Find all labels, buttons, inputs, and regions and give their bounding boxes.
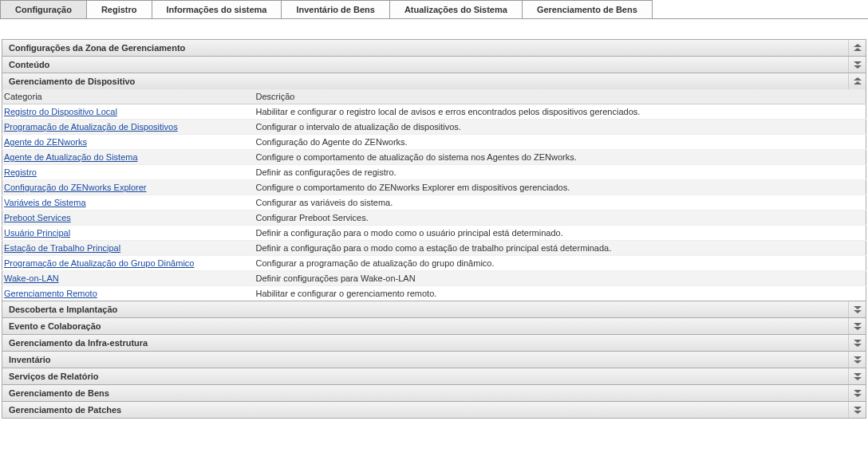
description-cell: Configurar Preboot Services. — [254, 210, 866, 226]
expand-bens-button[interactable] — [848, 385, 866, 401]
table-row: Estação de Trabalho PrincipalDefinir a c… — [2, 241, 866, 256]
expand-infra-button[interactable] — [848, 335, 866, 351]
tab-configuracao[interactable]: Configuração — [0, 0, 87, 18]
panel-title-infra: Gerenciamento da Infra-estrutura — [9, 338, 148, 348]
table-header-descricao: Descrição — [254, 89, 866, 104]
category-link[interactable]: Wake-on-LAN — [4, 273, 59, 283]
chevron-up-icon — [854, 77, 862, 85]
description-cell: Habilitar e configurar o registro local … — [254, 104, 866, 120]
table-row: Gerenciamento RemotoHabilitar e configur… — [2, 286, 866, 301]
table-header-categoria: Categoria — [2, 89, 254, 104]
category-link[interactable]: Registro — [4, 167, 37, 177]
category-link[interactable]: Programação de Atualização do Grupo Dinâ… — [4, 258, 194, 268]
description-cell: Definir a configuração para o modo como … — [254, 226, 866, 241]
collapse-ger-dispositivo-button[interactable] — [848, 73, 866, 89]
table-row: Agente de Atualização do SistemaConfigur… — [2, 150, 866, 165]
panel-title-patches: Gerenciamento de Patches — [9, 405, 121, 415]
category-link[interactable]: Usuário Principal — [4, 228, 70, 238]
panel-header-patches[interactable]: Gerenciamento de Patches — [2, 401, 866, 419]
content-area: Configurações da Zona de Gerenciamento C… — [0, 19, 868, 420]
category-link[interactable]: Programação de Atualização de Dispositiv… — [4, 122, 178, 132]
category-link[interactable]: Configuração do ZENworks Explorer — [4, 183, 147, 192]
description-cell: Configuração do Agente do ZENworks. — [254, 135, 866, 150]
panel-header-conteudo[interactable]: Conteúdo — [2, 56, 866, 73]
description-cell: Configurar o intervalo de atualização de… — [254, 120, 866, 135]
expand-conteudo-button[interactable] — [848, 57, 866, 73]
collapse-main-button[interactable] — [848, 40, 866, 56]
tab-inventario-bens[interactable]: Inventário de Bens — [281, 0, 389, 18]
panel-title-descoberta: Descoberta e Implantação — [9, 305, 117, 314]
panel-title-conteudo: Conteúdo — [9, 60, 49, 69]
chevron-down-icon — [854, 61, 862, 69]
chevron-down-icon — [854, 339, 862, 347]
description-cell: Habilitar e configurar o gerenciamento r… — [254, 286, 866, 301]
expand-descoberta-button[interactable] — [848, 301, 866, 317]
panel-header-descoberta[interactable]: Descoberta e Implantação — [2, 301, 866, 318]
panel-title-inventario: Inventário — [9, 355, 51, 364]
panel-header-evento[interactable]: Evento e Colaboração — [2, 317, 866, 335]
tab-registro[interactable]: Registro — [86, 0, 152, 18]
table-row: Usuário PrincipalDefinir a configuração … — [2, 226, 866, 241]
tab-atualizacoes-sistema[interactable]: Atualizações do Sistema — [389, 0, 523, 18]
chevron-up-icon — [854, 44, 862, 52]
table-row: Agente do ZENworksConfiguração do Agente… — [2, 135, 866, 150]
description-cell: Definir configurações para Wake-on-LAN — [254, 271, 866, 286]
table-row: Registro do Dispositivo LocalHabilitar e… — [2, 104, 866, 120]
category-link[interactable]: Registro do Dispositivo Local — [4, 107, 117, 116]
panel-header-inventario[interactable]: Inventário — [2, 351, 866, 368]
expand-patches-button[interactable] — [848, 402, 866, 418]
tab-bar: Configuração Registro Informações do sis… — [0, 0, 868, 19]
category-link[interactable]: Variáveis de Sistema — [4, 198, 86, 207]
panel-title-relatorio: Serviços de Relatório — [9, 372, 99, 381]
panel-title-main: Configurações da Zona de Gerenciamento — [9, 43, 185, 53]
device-management-table: Categoria Descrição Registro do Disposit… — [2, 89, 866, 301]
chevron-down-icon — [854, 372, 862, 380]
category-link[interactable]: Preboot Services — [4, 213, 71, 222]
table-row: Variáveis de SistemaConfigurar as variáv… — [2, 195, 866, 210]
panel-title-evento: Evento e Colaboração — [9, 321, 101, 331]
table-row: Wake-on-LANDefinir configurações para Wa… — [2, 271, 866, 286]
expand-inventario-button[interactable] — [848, 352, 866, 368]
chevron-down-icon — [854, 356, 862, 364]
panel-title-ger-dispositivo: Gerenciamento de Dispositivo — [9, 77, 135, 86]
panel-header-relatorio[interactable]: Serviços de Relatório — [2, 368, 866, 385]
chevron-down-icon — [854, 322, 862, 330]
category-link[interactable]: Agente de Atualização do Sistema — [4, 152, 138, 162]
table-row: Preboot ServicesConfigurar Preboot Servi… — [2, 210, 866, 226]
panel-header-bens[interactable]: Gerenciamento de Bens — [2, 384, 866, 402]
chevron-down-icon — [854, 389, 862, 397]
panel-header-main: Configurações da Zona de Gerenciamento — [2, 39, 866, 57]
panel-header-infra[interactable]: Gerenciamento da Infra-estrutura — [2, 334, 866, 352]
category-link[interactable]: Gerenciamento Remoto — [4, 289, 97, 298]
description-cell: Configurar as variáveis do sistema. — [254, 195, 866, 210]
table-row: Programação de Atualização de Dispositiv… — [2, 120, 866, 135]
table-row: Programação de Atualização do Grupo Dinâ… — [2, 256, 866, 271]
chevron-down-icon — [854, 305, 862, 313]
tab-informacoes-sistema[interactable]: Informações do sistema — [152, 0, 282, 18]
description-cell: Definir as configurações de registro. — [254, 165, 866, 180]
tab-gerenciamento-bens[interactable]: Gerenciamento de Bens — [522, 0, 653, 18]
description-cell: Configure o comportamento do ZENworks Ex… — [254, 180, 866, 195]
expand-evento-button[interactable] — [848, 318, 866, 334]
table-row: RegistroDefinir as configurações de regi… — [2, 165, 866, 180]
chevron-down-icon — [854, 406, 862, 414]
description-cell: Configure o comportamento de atualização… — [254, 150, 866, 165]
panel-header-ger-dispositivo[interactable]: Gerenciamento de Dispositivo — [2, 73, 866, 90]
description-cell: Definir a configuração para o modo como … — [254, 241, 866, 256]
table-row: Configuração do ZENworks ExplorerConfigu… — [2, 180, 866, 195]
category-link[interactable]: Agente do ZENworks — [4, 137, 87, 147]
panel-title-bens: Gerenciamento de Bens — [9, 388, 109, 398]
description-cell: Configurar a programação de atualização … — [254, 256, 866, 271]
expand-relatorio-button[interactable] — [848, 368, 866, 384]
category-link[interactable]: Estação de Trabalho Principal — [4, 243, 120, 253]
